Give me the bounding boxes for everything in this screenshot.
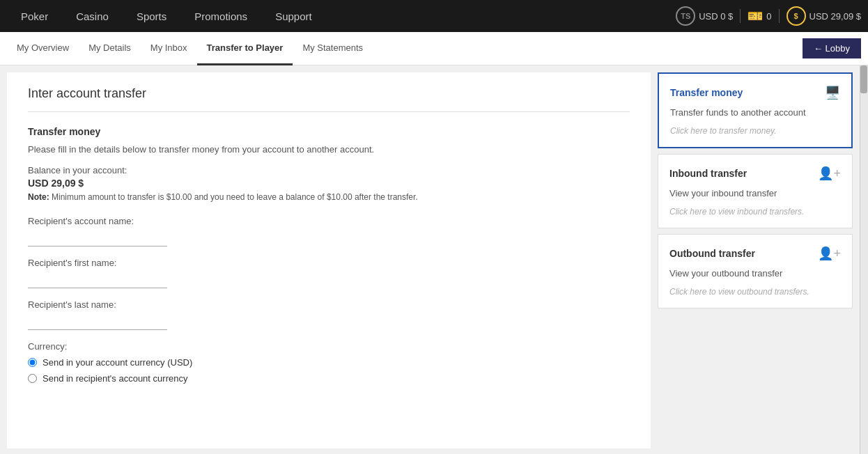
sidebar-card-inbound[interactable]: Inbound transfer 👤+ View your inbound tr… xyxy=(658,154,853,228)
currency-recipient-radio[interactable] xyxy=(28,374,37,383)
top-nav-right: TS USD 0 $ 🎫 0 $ USD 29,09 $ xyxy=(676,6,861,26)
card-link-transfer: Click here to transfer money. xyxy=(670,126,840,136)
note-text: Note: Minimum amount to transfer is $10.… xyxy=(28,192,630,202)
currency-radio-group: Send in your account currency (USD) Send… xyxy=(28,357,630,384)
top-nav-items: Poker Casino Sports Promotions Support xyxy=(7,0,676,32)
note-body: Minimum amount to transfer is $10.00 and… xyxy=(49,192,418,202)
recipient-account-group: Recipient's account name: xyxy=(28,216,630,246)
nav-item-support[interactable]: Support xyxy=(261,0,326,32)
card-header-outbound: Outbound transfer 👤+ xyxy=(669,246,841,261)
lobby-button[interactable]: ← Lobby xyxy=(803,38,861,58)
ts-icon: TS xyxy=(676,6,695,26)
dollar-icon: $ xyxy=(786,6,806,26)
dollar-balance-badge: $ USD 29,09 $ xyxy=(786,6,861,26)
nav-item-casino[interactable]: Casino xyxy=(62,0,123,32)
scrollbar[interactable] xyxy=(860,65,868,454)
recipient-last-group: Recipient's last name: xyxy=(28,299,630,330)
main-container: Inter account transfer Transfer money Pl… xyxy=(0,65,868,454)
tickets-value: 0 xyxy=(766,11,771,22)
subnav-statements[interactable]: My Statements xyxy=(293,32,373,65)
balance-label: Balance in your account: xyxy=(28,165,630,175)
recipient-first-group: Recipient's first name: xyxy=(28,258,630,288)
subnav-transfer[interactable]: Transfer to Player xyxy=(197,32,293,65)
card-link-inbound: Click here to view inbound transfers. xyxy=(669,207,841,217)
card-subtitle-inbound: View your inbound transfer xyxy=(669,188,841,198)
nav-item-sports[interactable]: Sports xyxy=(123,0,180,32)
page-title: Inter account transfer xyxy=(28,86,630,112)
dollar-balance-value: USD 29,09 $ xyxy=(809,11,861,22)
nav-item-poker[interactable]: Poker xyxy=(7,0,62,32)
nav-item-promotions[interactable]: Promotions xyxy=(180,0,261,32)
card-subtitle-transfer: Transfer funds to another account xyxy=(670,107,840,118)
currency-usd-option[interactable]: Send in your account currency (USD) xyxy=(28,357,630,368)
currency-label: Currency: xyxy=(28,341,630,352)
card-link-outbound: Click here to view outbound transfers. xyxy=(669,287,841,297)
recipient-last-input[interactable] xyxy=(28,313,167,330)
ticket-icon: 🎫 xyxy=(747,8,763,24)
top-nav: Poker Casino Sports Promotions Support T… xyxy=(0,0,868,32)
currency-recipient-option[interactable]: Send in recipient's account currency xyxy=(28,373,630,384)
subnav-overview[interactable]: My Overview xyxy=(7,32,79,65)
sidebar-card-outbound[interactable]: Outbound transfer 👤+ View your outbound … xyxy=(658,234,853,308)
subnav-inbox[interactable]: My Inbox xyxy=(141,32,197,65)
ts-balance-value: USD 0 $ xyxy=(699,11,733,22)
transfer-money-icon: 🖥️ xyxy=(825,85,840,100)
sub-nav: My Overview My Details My Inbox Transfer… xyxy=(0,32,868,65)
recipient-first-label: Recipient's first name: xyxy=(28,258,630,268)
recipient-first-input[interactable] xyxy=(28,272,167,288)
card-subtitle-outbound: View your outbound transfer xyxy=(669,268,841,279)
sidebar-card-transfer-money[interactable]: Transfer money 🖥️ Transfer funds to anot… xyxy=(658,72,853,148)
ts-balance-badge: TS USD 0 $ xyxy=(676,6,733,26)
recipient-last-label: Recipient's last name: xyxy=(28,299,630,310)
currency-usd-radio[interactable] xyxy=(28,358,37,367)
balance-value: USD 29,09 $ xyxy=(28,178,630,189)
card-title-transfer: Transfer money xyxy=(670,87,743,98)
currency-section: Currency: Send in your account currency … xyxy=(28,341,630,384)
card-header-transfer: Transfer money 🖥️ xyxy=(670,85,840,100)
note-label: Note: xyxy=(28,192,49,202)
description-text: Please fill in the details below to tran… xyxy=(28,144,630,155)
tickets-badge: 🎫 0 xyxy=(747,8,771,24)
content-left: Inter account transfer Transfer money Pl… xyxy=(7,72,651,448)
currency-recipient-label: Send in recipient's account currency xyxy=(42,373,187,384)
recipient-account-label: Recipient's account name: xyxy=(28,216,630,226)
scrollbar-thumb[interactable] xyxy=(860,65,867,93)
card-title-inbound: Inbound transfer xyxy=(669,168,747,179)
section-title: Transfer money xyxy=(28,126,630,137)
inbound-icon: 👤+ xyxy=(818,166,841,181)
card-title-outbound: Outbound transfer xyxy=(669,248,755,259)
recipient-account-input[interactable] xyxy=(28,230,167,246)
nav-separator-2 xyxy=(779,9,780,23)
content-right: Transfer money 🖥️ Transfer funds to anot… xyxy=(658,72,853,448)
card-header-inbound: Inbound transfer 👤+ xyxy=(669,166,841,181)
outbound-icon: 👤+ xyxy=(818,246,841,261)
currency-usd-label: Send in your account currency (USD) xyxy=(42,357,192,368)
subnav-details[interactable]: My Details xyxy=(79,32,141,65)
nav-separator-1 xyxy=(740,9,741,23)
